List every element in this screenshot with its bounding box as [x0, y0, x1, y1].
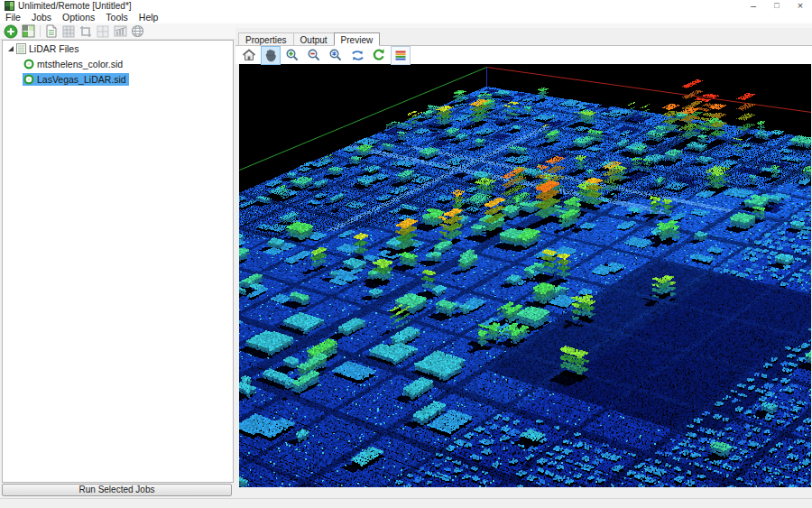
color-ramp-icon[interactable] [391, 46, 411, 65]
tree-root-label: LiDAR Files [29, 43, 78, 54]
window-controls: – □ × [742, 0, 812, 12]
menu-help[interactable]: Help [134, 12, 164, 23]
tile-grid-icon [95, 24, 111, 39]
preview-toolbar [235, 45, 812, 64]
status-bar [0, 498, 812, 508]
tab-properties[interactable]: Properties [238, 32, 294, 46]
tab-preview[interactable]: Preview [334, 32, 381, 46]
tree-item-row[interactable]: mtsthelens_color.sid [3, 56, 233, 71]
menu-options[interactable]: Options [57, 12, 100, 23]
mosaic-icon[interactable] [20, 24, 36, 39]
menu-bar: File Jobs Options Tools Help [0, 12, 812, 23]
file-item-label: mtsthelens_color.sid [37, 59, 123, 69]
globe-reproject-icon [129, 24, 145, 39]
minimize-button[interactable]: – [742, 0, 765, 12]
file-item-label: LasVegas_LiDAR.sid [37, 74, 126, 85]
zoom-out-icon[interactable] [304, 46, 324, 65]
home-icon[interactable] [239, 46, 259, 65]
tree-root-row[interactable]: LiDAR Files [3, 41, 233, 56]
refresh-icon[interactable] [369, 46, 389, 65]
tree-expander-icon[interactable] [8, 46, 14, 51]
run-selected-jobs-button[interactable]: Run Selected Jobs [2, 484, 232, 496]
file-status-icon [23, 59, 34, 69]
grid-table-icon [60, 24, 77, 39]
menu-tools[interactable]: Tools [100, 12, 134, 23]
window-title: Unlimited/Remote [Untitled*] [18, 0, 132, 12]
file-item-mtsthelens[interactable]: mtsthelens_color.sid [23, 58, 125, 70]
file-item-lasvegas[interactable]: LasVegas_LiDAR.sid [23, 73, 129, 86]
app-window: Unlimited/Remote [Untitled*] – □ × File … [0, 0, 812, 508]
app-icon [5, 1, 14, 11]
file-status-icon [23, 74, 34, 85]
image-stats-icon [112, 24, 128, 39]
jobs-panel: LiDAR Files mtsthelens_color.sid LasV [0, 40, 235, 498]
tree-item-row[interactable]: LasVegas_LiDAR.sid [3, 71, 233, 87]
tab-output[interactable]: Output [293, 32, 335, 46]
close-button[interactable]: × [789, 0, 812, 12]
lidar-pointcloud-canvas[interactable] [239, 64, 811, 487]
lidar-files-tree: LiDAR Files mtsthelens_color.sid LasV [2, 40, 234, 483]
pan-hand-icon[interactable] [261, 46, 281, 65]
add-job-icon[interactable] [3, 24, 19, 39]
menu-file[interactable]: File [0, 12, 26, 23]
lidar-preview-viewport [239, 64, 811, 487]
zoom-extent-icon[interactable] [326, 46, 346, 65]
menu-jobs[interactable]: Jobs [26, 12, 57, 23]
toolbar-separator [40, 25, 41, 37]
zoom-in-icon[interactable] [282, 46, 302, 65]
panel-tabs: Properties Output Preview [238, 32, 379, 46]
crop-icon [78, 24, 94, 39]
title-bar: Unlimited/Remote [Untitled*] – □ × [0, 0, 812, 12]
new-document-icon[interactable] [43, 24, 60, 39]
maximize-button[interactable]: □ [765, 0, 789, 12]
swap-view-icon[interactable] [347, 46, 367, 65]
preview-panel: Properties Output Preview [235, 28, 812, 498]
lidar-files-icon [16, 43, 26, 54]
